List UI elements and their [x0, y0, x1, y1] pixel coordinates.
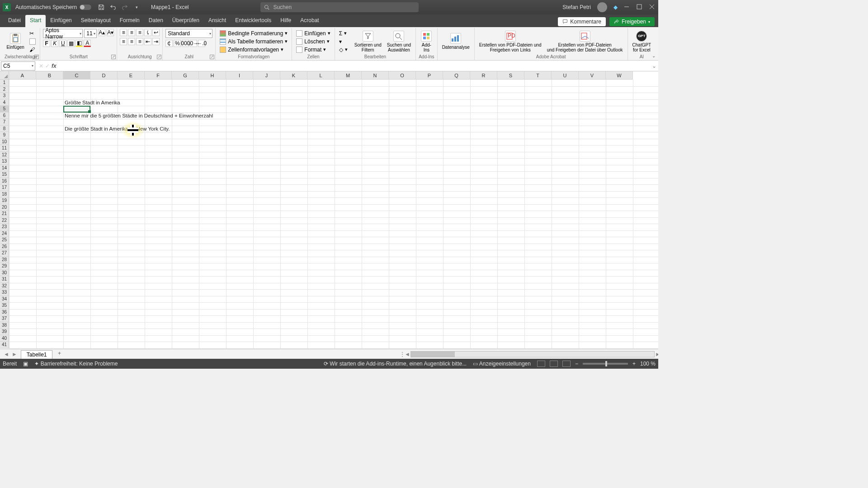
row-header[interactable]: 4 — [0, 99, 9, 106]
worksheet-grid[interactable]: ABCDEFGHIJKLMNOPQRSTUVW 1234567891011121… — [0, 71, 658, 349]
row-header[interactable]: 5 — [0, 106, 9, 113]
enter-formula-icon[interactable]: ✓ — [45, 63, 50, 69]
accounting-format-icon[interactable]: ₵ — [165, 40, 173, 47]
format-painter-button[interactable]: 🖌 — [28, 46, 37, 53]
copy-button[interactable] — [28, 38, 37, 45]
column-header[interactable]: N — [362, 71, 389, 80]
column-header[interactable]: G — [172, 71, 199, 80]
name-box[interactable]: C5 — [1, 61, 35, 70]
row-header[interactable]: 27 — [0, 250, 9, 257]
row-header[interactable]: 3 — [0, 93, 9, 99]
zoom-slider[interactable] — [583, 363, 628, 365]
diamond-icon[interactable]: ◆ — [613, 4, 618, 10]
accessibility-status[interactable]: ✦ Barrierefreiheit: Keine Probleme — [34, 361, 118, 367]
row-header[interactable]: 16 — [0, 178, 9, 185]
row-header[interactable]: 11 — [0, 145, 9, 152]
page-layout-view-icon[interactable] — [550, 361, 558, 367]
orientation-icon[interactable]: ⤹ — [144, 29, 151, 36]
collapse-ribbon-icon[interactable]: ⌄ — [652, 53, 656, 58]
row-header[interactable]: 41 — [0, 342, 9, 348]
display-settings-button[interactable]: ▭ Anzeigeeinstellungen — [473, 361, 531, 367]
column-header[interactable]: M — [335, 71, 362, 80]
column-header[interactable]: R — [470, 71, 497, 80]
border-button[interactable]: ▦ — [67, 40, 75, 47]
row-header[interactable]: 2 — [0, 86, 9, 93]
row-header[interactable]: 18 — [0, 191, 9, 198]
bold-button[interactable]: F — [43, 40, 50, 47]
column-header[interactable]: K — [280, 71, 307, 80]
row-header[interactable]: 22 — [0, 217, 9, 224]
column-header[interactable]: W — [606, 71, 633, 80]
paste-button[interactable]: Einfügen — [5, 32, 26, 51]
row-header[interactable]: 25 — [0, 237, 9, 244]
column-header[interactable]: T — [524, 71, 552, 80]
column-header[interactable]: H — [199, 71, 226, 80]
dialog-launcher-icon[interactable]: ⤢ — [157, 55, 161, 59]
row-header[interactable]: 20 — [0, 204, 9, 211]
tab-daten[interactable]: Daten — [144, 15, 168, 27]
row-header[interactable]: 7 — [0, 119, 9, 126]
tab-seitenlayout[interactable]: Seitenlayout — [76, 15, 115, 27]
row-header[interactable]: 10 — [0, 139, 9, 145]
zoom-out-icon[interactable]: − — [575, 361, 578, 367]
column-header[interactable]: O — [389, 71, 416, 80]
font-name-select[interactable]: Aptos Narrow — [43, 29, 83, 38]
undo-icon[interactable] — [109, 4, 117, 11]
row-header[interactable]: 9 — [0, 132, 9, 139]
row-header[interactable]: 23 — [0, 224, 9, 230]
font-color-button[interactable]: A — [84, 40, 91, 47]
column-header[interactable]: D — [90, 71, 118, 80]
tab-einfügen[interactable]: Einfügen — [46, 15, 76, 27]
clear-button[interactable]: ◇▾ — [338, 46, 349, 53]
cells-area[interactable]: Größte Stadt in Amerika Nenne mir die 5 … — [9, 80, 658, 349]
user-avatar[interactable] — [597, 2, 607, 12]
row-header[interactable]: 19 — [0, 197, 9, 204]
number-format-select[interactable]: Standard — [165, 29, 212, 38]
save-icon[interactable] — [98, 4, 105, 11]
row-header[interactable]: 15 — [0, 171, 9, 178]
cell-c8[interactable]: Die größte Stadt in Amerika ist New York… — [65, 126, 170, 132]
underline-button[interactable]: U — [59, 40, 66, 47]
decrease-indent-icon[interactable]: ⇤ — [144, 38, 151, 45]
cell-c4[interactable]: Größte Stadt in Amerika — [65, 99, 120, 106]
align-top-icon[interactable]: ≡ — [120, 29, 127, 36]
row-header[interactable]: 39 — [0, 328, 9, 335]
row-header[interactable]: 26 — [0, 244, 9, 250]
sheet-tab-1[interactable]: Tabelle1 — [21, 350, 53, 359]
scroll-right-icon[interactable]: ► — [655, 351, 658, 357]
sheet-nav-prev-icon[interactable]: ◄ — [4, 351, 9, 357]
row-header[interactable]: 29 — [0, 263, 9, 270]
conditional-formatting-button[interactable]: Bedingte Formatierung ▾ — [218, 30, 289, 37]
dialog-launcher-icon[interactable]: ⤢ — [111, 55, 116, 59]
pdf-share-outlook-button[interactable]: Erstellen von PDF-Dateien und Freigeben … — [545, 30, 625, 53]
column-header[interactable]: P — [416, 71, 443, 80]
data-analysis-button[interactable]: Datenanalyse — [440, 32, 472, 51]
wrap-text-icon[interactable]: ↩ — [152, 29, 160, 36]
thousands-icon[interactable]: 000 — [182, 40, 189, 47]
select-all-button[interactable] — [0, 71, 9, 80]
column-header[interactable]: E — [118, 71, 145, 80]
shrink-font-icon[interactable]: A▾ — [107, 29, 114, 36]
formula-input[interactable] — [62, 61, 650, 70]
align-center-icon[interactable]: ≡ — [128, 38, 135, 45]
column-header[interactable]: U — [552, 71, 579, 80]
column-header[interactable]: F — [145, 71, 172, 80]
row-header[interactable]: 34 — [0, 296, 9, 303]
delete-cells-button[interactable]: Löschen ▾ — [295, 38, 331, 45]
find-select-button[interactable]: Suchen und Auswählen — [385, 30, 413, 53]
row-header[interactable]: 37 — [0, 315, 9, 322]
share-button[interactable]: Freigeben ▾ — [609, 17, 655, 26]
sheet-nav-next-icon[interactable]: ► — [12, 351, 17, 357]
column-header[interactable]: S — [497, 71, 524, 80]
tab-entwicklertools[interactable]: Entwicklertools — [231, 15, 276, 27]
fx-icon[interactable]: fx — [52, 63, 57, 69]
row-header[interactable]: 6 — [0, 113, 9, 119]
cut-button[interactable]: ✂ — [28, 30, 37, 37]
row-header[interactable]: 38 — [0, 322, 9, 329]
toggle-switch-icon[interactable] — [80, 5, 91, 10]
tab-datei[interactable]: Datei — [4, 15, 25, 27]
format-as-table-button[interactable]: Als Tabelle formatieren ▾ — [218, 38, 289, 45]
percent-format-icon[interactable]: % — [174, 40, 181, 47]
minimize-icon[interactable] — [624, 4, 630, 10]
column-header[interactable]: J — [253, 71, 280, 80]
